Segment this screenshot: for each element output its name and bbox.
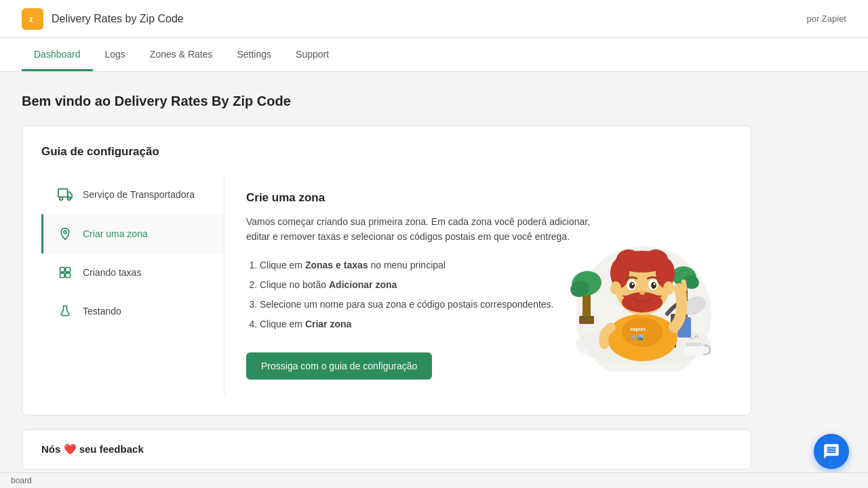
- app-title: Delivery Rates by Zip Code: [52, 13, 184, 25]
- svg-rect-8: [66, 268, 71, 272]
- nav-item-zones-rates[interactable]: Zones & Rates: [138, 38, 225, 71]
- setup-sidebar: Serviço de Transportadora Criar uma zona: [41, 175, 224, 396]
- nav-item-dashboard[interactable]: Dashboard: [22, 38, 93, 71]
- svg-point-42: [651, 282, 656, 289]
- status-text: board: [11, 476, 32, 485]
- svg-point-36: [616, 249, 641, 270]
- setup-item-criando-taxas-label: Criando taxas: [83, 267, 141, 278]
- setup-item-testando-label: Testando: [83, 306, 121, 317]
- step-1: Clique em Zonas e taxas no menu principa…: [260, 257, 599, 274]
- setup-content-panel: Crie uma zona Vamos começar criando sua …: [224, 175, 732, 396]
- svg-point-43: [632, 283, 634, 285]
- svg-point-26: [622, 317, 663, 347]
- setup-guide-card: Guia de configuração Serviço de Transpor…: [22, 125, 751, 415]
- nav-item-logs[interactable]: Logs: [93, 38, 138, 71]
- feedback-card: Nós ❤️ seu feedback: [22, 429, 751, 470]
- svg-point-5: [64, 230, 66, 233]
- nav-item-support[interactable]: Support: [283, 38, 341, 71]
- svg-rect-24: [686, 342, 702, 346]
- svg-point-4: [68, 197, 71, 201]
- header-left: z Delivery Rates by Zip Code: [22, 8, 184, 30]
- svg-rect-6: [60, 268, 65, 272]
- tag-icon: [57, 266, 73, 279]
- setup-item-criar-zona[interactable]: Criar uma zona: [41, 214, 224, 253]
- beaker-icon: [57, 304, 73, 319]
- svg-rect-9: [66, 273, 71, 278]
- setup-layout: Serviço de Transportadora Criar uma zona: [41, 175, 732, 396]
- svg-point-37: [644, 249, 668, 270]
- step-2: Clique no botão Adicionar zona: [260, 277, 599, 293]
- setup-description: Vamos começar criando sua primeira zona.…: [246, 214, 599, 245]
- svg-text:zapiet: zapiet: [630, 326, 646, 332]
- status-bar: board: [0, 472, 868, 488]
- main-content: Bem vindo ao Delivery Rates By Zip Code …: [0, 72, 773, 488]
- character-illustration: zapiet ⚙️🏙️: [555, 182, 718, 371]
- svg-text:⚙️🏙️: ⚙️🏙️: [631, 334, 644, 340]
- nav-item-settings[interactable]: Settings: [224, 38, 283, 71]
- svg-rect-7: [60, 273, 65, 278]
- setup-guide-title: Guia de configuração: [41, 145, 732, 159]
- zapiet-logo-icon: z: [22, 8, 43, 30]
- svg-point-45: [639, 291, 645, 295]
- setup-item-transportadora-label: Serviço de Transportadora: [83, 189, 195, 200]
- setup-item-transportadora[interactable]: Serviço de Transportadora: [41, 175, 224, 214]
- svg-point-3: [60, 197, 63, 201]
- location-icon: [57, 226, 73, 241]
- svg-point-46: [610, 281, 621, 295]
- continue-setup-button[interactable]: Prossiga com o guia de configuração: [246, 352, 432, 380]
- svg-rect-2: [58, 189, 68, 197]
- svg-point-44: [654, 283, 656, 285]
- main-nav: Dashboard Logs Zones & Rates Settings Su…: [0, 38, 868, 72]
- brand-label: por Zapiet: [806, 14, 846, 24]
- setup-steps-list: Clique em Zonas e taxas no menu principa…: [246, 257, 599, 333]
- step-3: Selecione um nome para sua zona e código…: [260, 296, 599, 313]
- setup-item-testando[interactable]: Testando: [41, 291, 224, 331]
- svg-point-41: [629, 282, 635, 289]
- step-4: Clique em Criar zona: [260, 316, 599, 333]
- svg-rect-16: [579, 316, 594, 324]
- setup-item-criar-zona-label: Criar uma zona: [83, 228, 148, 239]
- svg-text:z: z: [29, 15, 33, 23]
- truck-icon: [57, 187, 73, 202]
- header: z Delivery Rates by Zip Code por Zapiet: [0, 0, 868, 38]
- page-title: Bem vindo ao Delivery Rates By Zip Code: [22, 94, 751, 109]
- feedback-title: Nós ❤️ seu feedback: [41, 443, 144, 455]
- svg-point-47: [663, 281, 674, 295]
- chat-button[interactable]: [814, 434, 849, 469]
- setup-item-criando-taxas[interactable]: Criando taxas: [41, 253, 224, 291]
